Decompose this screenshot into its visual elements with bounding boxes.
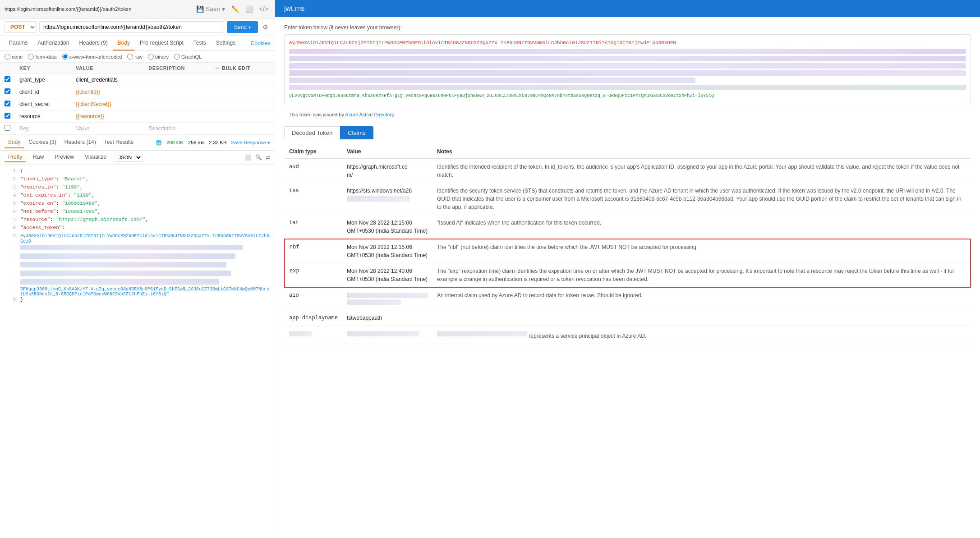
response-section: Body Cookies (3) Headers (14) Test Resul…: [0, 135, 275, 538]
row-check-1[interactable]: [5, 76, 10, 82]
value-cell-2: {{clientId}}: [71, 86, 144, 98]
claim-notes-iat: "Issued At" indicates when the authentic…: [432, 215, 971, 239]
claim-type-iat: iat: [285, 215, 342, 239]
claim-value-blurred-aio: [347, 293, 428, 298]
desc-cell-empty[interactable]: Description: [144, 123, 209, 135]
json-format-select[interactable]: JSON: [114, 153, 143, 162]
claims-tab-claims[interactable]: Claims: [340, 126, 373, 139]
issued-by-link[interactable]: Azure Active Directory.: [345, 112, 395, 117]
code-line-token-end: DFHqqpJ869LtmnG_KhSA9KzYFfA-gIg_vecnc0Aq…: [0, 287, 275, 297]
settings-icon-button[interactable]: ⚙: [261, 22, 270, 32]
copy-icon-button[interactable]: ⬜: [244, 4, 255, 14]
claim-value-blurred-appid: [347, 331, 419, 336]
wrap-icon[interactable]: ⇄: [266, 154, 270, 161]
claim-notes-blurred-appid: [437, 331, 527, 336]
claim-type-exp: exp: [285, 263, 342, 288]
claim-type-nbf: nbf: [285, 239, 342, 263]
claim-type-aio: aio: [285, 287, 342, 310]
table-row-empty: Key Value Description: [0, 123, 275, 135]
claim-notes-iss: Identifies the security token service (S…: [432, 183, 971, 215]
claim-value-app-displayname: tstwebappauth: [342, 310, 432, 326]
jwt-header: jwt.ms: [275, 0, 980, 17]
send-button[interactable]: Send ▾: [227, 21, 258, 33]
tab-params[interactable]: Params: [5, 36, 32, 51]
claim-value-iss: https://sts.windows.net/a26: [342, 183, 432, 215]
key-cell-empty[interactable]: Key: [15, 123, 71, 135]
radio-graphql[interactable]: GraphQL: [174, 54, 202, 60]
issued-by-text: This token was issued by: [289, 112, 344, 117]
code-line-7: 7 "resource": "https://graph.microsoft.c…: [0, 217, 275, 225]
blurred-token-3: [0, 261, 275, 270]
code-area: 1 { 2 "token_type": "Bearer", 3 "expires…: [0, 165, 275, 538]
row-check-4[interactable]: [5, 113, 10, 119]
search-icon[interactable]: 🔍: [255, 154, 262, 161]
code-line-9: 9 eyJ0eXAiOiJKV1QiLCJub25jZSI6IjILYWOOcF…: [0, 233, 275, 244]
method-select[interactable]: POST GET: [5, 21, 37, 33]
radio-form-data[interactable]: form-data: [28, 54, 56, 60]
radio-urlencoded[interactable]: x-www-form-urlencoded: [62, 54, 122, 60]
claim-value-nbf: Mon Nov 28 2022 12:15:06GMT+0530 (India …: [342, 239, 432, 263]
claim-value-iat: Mon Nov 28 2022 12:15:06GMT+0530 (India …: [342, 215, 432, 239]
code-icon-button[interactable]: </>: [258, 4, 270, 14]
token-display[interactable]: eyJ0eXAiOiJKV1QiLCJub25jZSI6IjILYWOOcFMZ…: [284, 34, 971, 104]
desc-cell-4: [144, 110, 209, 123]
blurred-token-5: [0, 278, 275, 287]
resp-tab-headers[interactable]: Headers (14): [61, 137, 100, 148]
row-check-empty[interactable]: [5, 125, 10, 131]
tab-body[interactable]: Body: [113, 36, 134, 51]
extra-cell-1: [209, 74, 275, 86]
desc-cell-1: [144, 74, 209, 86]
row-check-2[interactable]: [5, 88, 10, 94]
radio-raw[interactable]: raw: [127, 54, 143, 60]
response-time: 256 ms: [188, 140, 204, 145]
claim-row-iat: iat Mon Nov 28 2022 12:15:06GMT+0530 (In…: [285, 215, 971, 239]
claim-type-header: Claim type: [285, 145, 342, 159]
row-check-3[interactable]: [5, 101, 10, 106]
claims-tab-decoded[interactable]: Decoded Token: [284, 126, 340, 139]
claim-type-app-displayname: app_displayname: [285, 310, 342, 326]
key-cell-1: grant_type: [15, 74, 71, 86]
tab-cookies[interactable]: Cookies: [251, 40, 270, 46]
claim-row-aud: aud https://graph.microsoft.com/ Identif…: [285, 159, 971, 183]
code-line-1: 1 {: [0, 168, 275, 176]
edit-icon-button[interactable]: ✏️: [230, 4, 241, 14]
claim-type-aud: aud: [285, 159, 342, 183]
url-input[interactable]: [39, 21, 224, 33]
claim-value-exp: Mon Nov 28 2022 12:40:06GMT+0530 (India …: [342, 263, 432, 288]
value-cell-1: client_credentials: [71, 74, 144, 86]
code-line-4: 4 "ext_expires_in": "1199",: [0, 193, 275, 201]
resp-tab-test-results[interactable]: Test Results: [101, 137, 137, 148]
radio-binary[interactable]: binary: [148, 54, 169, 60]
tab-headers[interactable]: Headers (9): [74, 36, 112, 51]
tab-authorization[interactable]: Authorization: [33, 36, 74, 51]
claim-value-blurred-iss: [347, 196, 410, 202]
jwt-title: jwt.ms: [284, 5, 304, 12]
resp-tab-cookies[interactable]: Cookies (3): [25, 137, 60, 148]
radio-none[interactable]: none: [5, 54, 23, 60]
tab-settings[interactable]: Settings: [212, 36, 240, 51]
tab-pre-request[interactable]: Pre-request Script: [135, 36, 188, 51]
format-tab-raw[interactable]: Raw: [29, 152, 47, 162]
copy-icon[interactable]: ⬜: [245, 154, 252, 161]
token-red-part: eyJ0eXAiOiJKV1QiLCJub25jZSI6IjILYWOOcFMZ…: [289, 40, 676, 46]
token-label: Enter token below (it never leaves your …: [284, 24, 971, 31]
format-tab-visualize[interactable]: Visualize: [81, 152, 110, 162]
tab-tests[interactable]: Tests: [189, 36, 211, 51]
claim-value-header: Value: [342, 145, 432, 159]
extra-cell-2: [209, 86, 275, 98]
format-tab-pretty[interactable]: Pretty: [5, 152, 26, 162]
claim-row-app-displayname: app_displayname tstwebappauth: [285, 310, 971, 326]
claims-table: Claim type Value Notes aud https://graph…: [284, 145, 971, 344]
params-table: KEY VALUE DESCRIPTION ··· Bulk Edit gran…: [0, 63, 275, 135]
claim-type-blurred-appid: [289, 331, 312, 336]
body-type-selector: none form-data x-www-form-urlencoded raw…: [0, 51, 275, 63]
resp-tab-body[interactable]: Body: [5, 137, 24, 148]
value-cell-empty[interactable]: Value: [71, 123, 144, 135]
format-tab-preview[interactable]: Preview: [51, 152, 78, 162]
response-size: 2.32 KB: [209, 140, 226, 145]
params-section: KEY VALUE DESCRIPTION ··· Bulk Edit gran…: [0, 63, 275, 135]
save-response-button[interactable]: Save Response ▾: [231, 140, 270, 146]
response-tabs: Body Cookies (3) Headers (14) Test Resul…: [0, 135, 275, 151]
key-cell-4: resource: [15, 110, 71, 123]
save-button[interactable]: 💾 Save ▾: [194, 4, 227, 14]
